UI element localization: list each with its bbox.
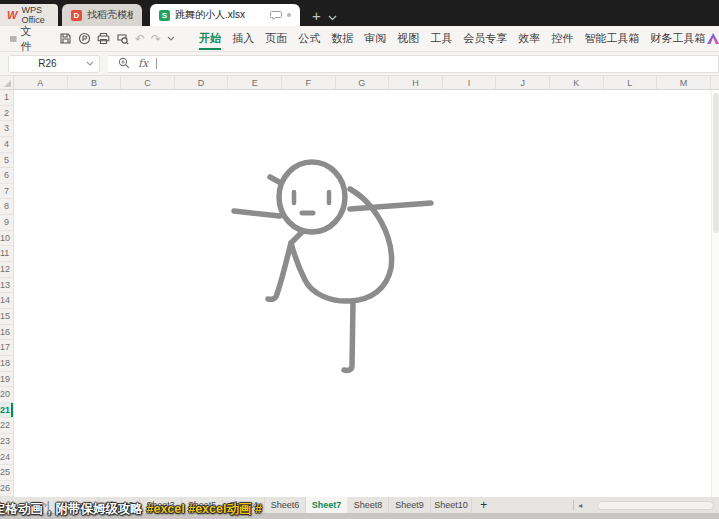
wps-logo-icon: W	[7, 9, 17, 21]
column-header-D[interactable]: D	[175, 76, 229, 89]
ribbon-tab-插入[interactable]: 插入	[230, 26, 256, 51]
row-header-15[interactable]: 15	[0, 309, 13, 325]
row-header-13[interactable]: 13	[0, 278, 13, 294]
cell-reference-box[interactable]: R26	[8, 55, 100, 73]
docer-icon: D	[71, 10, 82, 21]
ribbon-tabs: 开始插入页面公式数据审阅视图工具会员专享效率控件智能工具箱财务工具箱	[197, 26, 707, 51]
ribbon-tab-页面[interactable]: 页面	[263, 26, 289, 51]
vertical-scrollbar-thumb[interactable]	[713, 93, 719, 233]
column-header-C[interactable]: C	[121, 76, 175, 89]
export-pdf-icon[interactable]	[78, 32, 91, 45]
zoom-search-icon[interactable]	[118, 55, 130, 73]
video-subtitle-overlay: 定格动画，附带保姆级攻略 #excel #excel动画 #	[0, 501, 262, 518]
home-label: WPS Office	[21, 5, 58, 25]
quick-access-chevron-icon[interactable]	[167, 36, 175, 41]
menubar: 文件 ↶ ↷ 开始插入页面公式数据审阅视图工具会员专享效率控件智能工具箱财务工具…	[0, 26, 719, 52]
ribbon-tab-效率[interactable]: 效率	[516, 26, 542, 51]
row-header-22[interactable]: 22	[0, 418, 13, 434]
sheet-tab-sheet7[interactable]: Sheet7	[306, 497, 348, 513]
fx-icon[interactable]: fx	[138, 57, 148, 70]
column-header-F[interactable]: F	[282, 76, 336, 89]
row-header-5[interactable]: 5	[0, 153, 13, 169]
sheet-tab-sheet10[interactable]: Sheet10	[431, 497, 473, 513]
column-header-M[interactable]: M	[657, 76, 711, 89]
row-header-19[interactable]: 19	[0, 372, 13, 388]
row-header-1[interactable]: 1	[0, 90, 13, 106]
column-headers: ABCDEFGHIJKLM	[0, 76, 719, 90]
comment-icon[interactable]	[270, 10, 282, 21]
row-header-11[interactable]: 11	[0, 246, 13, 262]
row-header-9[interactable]: 9	[0, 215, 13, 231]
column-header-A[interactable]: A	[14, 76, 68, 89]
row-header-3[interactable]: 3	[0, 121, 13, 137]
column-header-E[interactable]: E	[228, 76, 282, 89]
select-all-corner[interactable]	[0, 76, 14, 89]
column-header-K[interactable]: K	[550, 76, 604, 89]
tab-docer-templates[interactable]: D 找稻壳模板	[62, 4, 142, 26]
print-icon[interactable]	[97, 32, 110, 45]
row-header-7[interactable]: 7	[0, 184, 13, 200]
row-header-20[interactable]: 20	[0, 387, 13, 403]
ribbon-tab-财务工具箱[interactable]: 财务工具箱	[648, 26, 707, 51]
column-header-H[interactable]: H	[389, 76, 443, 89]
tab-active-document[interactable]: S 跳舞的小人.xlsx	[150, 4, 300, 26]
sheet-tab-sheet8[interactable]: Sheet8	[348, 497, 390, 513]
figure-right-arm	[350, 203, 431, 209]
row-header-21[interactable]: 21	[0, 403, 13, 419]
wps-ai-icon	[707, 33, 719, 44]
row-header-8[interactable]: 8	[0, 199, 13, 215]
spreadsheet-icon: S	[159, 10, 170, 21]
ribbon-tab-公式[interactable]: 公式	[296, 26, 322, 51]
save-icon[interactable]	[59, 32, 72, 45]
redo-icon[interactable]: ↷	[151, 33, 161, 45]
row-header-16[interactable]: 16	[0, 325, 13, 341]
sheet-tab-sheet9[interactable]: Sheet9	[389, 497, 431, 513]
horizontal-scrollbar[interactable]	[589, 501, 716, 510]
column-header-G[interactable]: G	[336, 76, 390, 89]
ribbon-tab-视图[interactable]: 视图	[395, 26, 421, 51]
row-header-4[interactable]: 4	[0, 137, 13, 153]
spreadsheet-canvas[interactable]: 1234567891011121314151617181920212223242…	[0, 90, 719, 497]
row-header-24[interactable]: 24	[0, 450, 13, 466]
formula-bar: R26 fx	[0, 52, 719, 76]
row-header-26[interactable]: 26	[0, 481, 13, 497]
vertical-scrollbar[interactable]	[711, 90, 719, 497]
cellref-chevron-icon[interactable]	[86, 61, 94, 66]
subtitle-text: 定格动画，附带保姆级攻略	[0, 502, 146, 516]
row-header-12[interactable]: 12	[0, 262, 13, 278]
row-header-14[interactable]: 14	[0, 293, 13, 309]
ribbon-tab-控件[interactable]: 控件	[549, 26, 575, 51]
horizontal-scrollbar-thumb[interactable]	[597, 501, 714, 510]
column-header-I[interactable]: I	[443, 76, 497, 89]
dancing-stick-figure-drawing[interactable]	[14, 90, 711, 497]
ribbon-tab-会员专享[interactable]: 会员专享	[461, 26, 509, 51]
ribbon-tab-开始[interactable]: 开始	[197, 26, 223, 51]
ribbon-tab-智能工具箱[interactable]: 智能工具箱	[582, 26, 641, 51]
ribbon-tab-工具[interactable]: 工具	[428, 26, 454, 51]
row-header-2[interactable]: 2	[0, 106, 13, 122]
column-header-J[interactable]: J	[496, 76, 550, 89]
row-header-17[interactable]: 17	[0, 340, 13, 356]
text-caret	[156, 58, 157, 69]
row-header-6[interactable]: 6	[0, 168, 13, 184]
row-header-25[interactable]: 25	[0, 465, 13, 481]
print-preview-icon[interactable]	[116, 32, 129, 45]
row-header-10[interactable]: 10	[0, 231, 13, 247]
hscroll-left-arrow-icon[interactable]: ◂	[574, 501, 586, 510]
undo-icon[interactable]: ↶	[135, 33, 145, 45]
row-header-18[interactable]: 18	[0, 356, 13, 372]
file-menu-label: 文件	[21, 24, 35, 54]
new-tab-button[interactable]: +	[312, 8, 321, 23]
column-header-B[interactable]: B	[68, 76, 122, 89]
sheet-tab-sheet6[interactable]: Sheet6	[265, 497, 307, 513]
add-sheet-button[interactable]: +	[472, 498, 495, 512]
formula-input[interactable]: fx	[108, 55, 719, 73]
tab-list-chevron-icon[interactable]	[328, 15, 337, 21]
ribbon-tab-审阅[interactable]: 审阅	[362, 26, 388, 51]
row-headers: 1234567891011121314151617181920212223242…	[0, 90, 14, 497]
column-header-L[interactable]: L	[604, 76, 658, 89]
row-header-23[interactable]: 23	[0, 434, 13, 450]
file-menu-button[interactable]: 文件	[0, 24, 43, 54]
wps-ai-button[interactable]: WPS AI	[707, 33, 719, 45]
ribbon-tab-数据[interactable]: 数据	[329, 26, 355, 51]
